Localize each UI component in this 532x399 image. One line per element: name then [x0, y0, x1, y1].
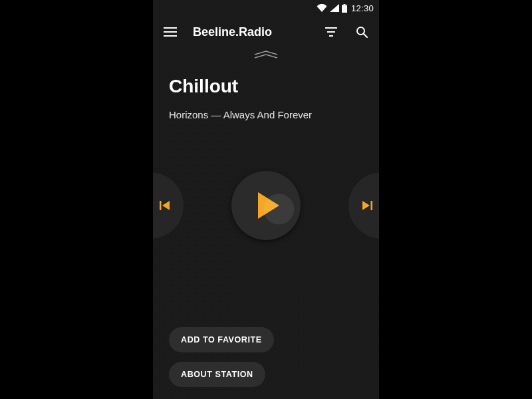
play-button[interactable] [231, 171, 301, 240]
search-icon [356, 26, 368, 38]
svg-rect-7 [329, 35, 333, 37]
battery-icon [342, 4, 347, 13]
svg-rect-5 [325, 27, 337, 29]
menu-button[interactable] [160, 21, 181, 43]
svg-rect-10 [160, 201, 162, 210]
previous-button[interactable] [153, 172, 184, 239]
svg-rect-2 [164, 27, 177, 29]
app-title: Beeline.Radio [193, 25, 272, 39]
status-time: 12:30 [351, 3, 374, 13]
expand-handle[interactable] [153, 52, 379, 59]
skip-previous-icon [158, 199, 172, 212]
status-bar: 12:30 [153, 0, 379, 16]
now-playing: Chillout Horizons — Always And Forever [153, 59, 379, 120]
hamburger-icon [164, 27, 177, 37]
add-favorite-button[interactable]: ADD TO FAVORITE [169, 327, 274, 352]
svg-marker-11 [162, 201, 170, 210]
svg-line-9 [364, 34, 367, 37]
svg-rect-14 [371, 201, 373, 210]
action-buttons: ADD TO FAVORITE ABOUT STATION [169, 327, 274, 387]
next-button[interactable] [348, 172, 379, 239]
filter-button[interactable] [321, 21, 342, 43]
svg-rect-3 [164, 31, 177, 33]
stage: 12:30 Beeline.Radio [0, 0, 532, 399]
svg-marker-12 [258, 192, 279, 219]
svg-rect-0 [343, 4, 345, 5]
cell-signal-icon [330, 4, 339, 12]
chevron-up-icon [253, 55, 279, 59]
track-title: Horizons — Always And Forever [169, 109, 363, 120]
svg-marker-13 [362, 201, 370, 210]
app-bar: Beeline.Radio [153, 16, 379, 48]
station-name: Chillout [169, 76, 363, 97]
svg-rect-4 [164, 35, 177, 37]
wifi-icon [317, 4, 327, 12]
svg-rect-1 [342, 5, 347, 13]
phone-frame: 12:30 Beeline.Radio [153, 0, 379, 399]
filter-icon [325, 27, 337, 37]
search-button[interactable] [351, 21, 372, 43]
player-controls [153, 146, 379, 265]
about-station-button[interactable]: ABOUT STATION [169, 362, 265, 387]
skip-next-icon [360, 199, 374, 212]
svg-rect-6 [327, 31, 335, 33]
play-icon [253, 191, 279, 220]
